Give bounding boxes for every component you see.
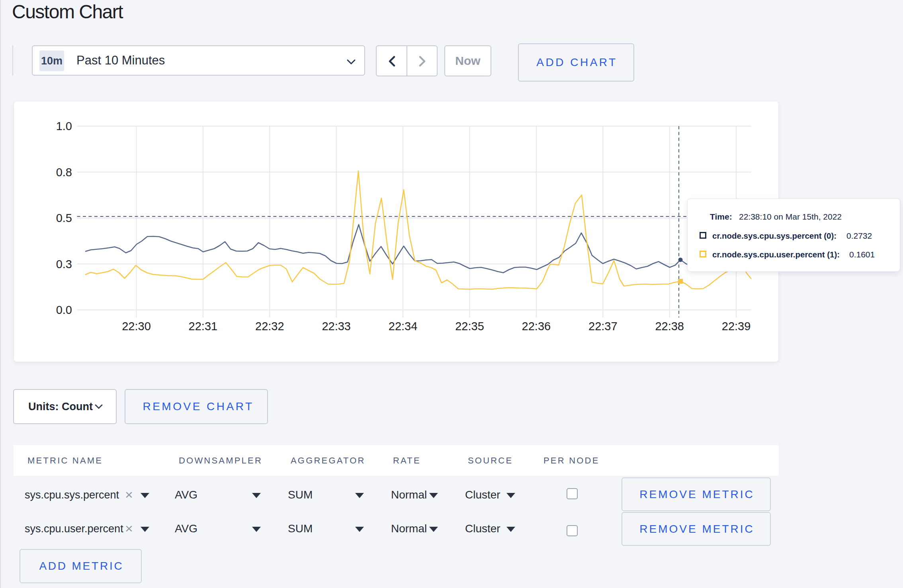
svg-text:22:31: 22:31 xyxy=(189,320,218,333)
svg-text:0.5: 0.5 xyxy=(56,212,72,224)
svg-text:0.3: 0.3 xyxy=(56,258,72,271)
svg-text:22:35: 22:35 xyxy=(455,320,484,333)
svg-text:22:36: 22:36 xyxy=(522,320,551,333)
svg-text:0.8: 0.8 xyxy=(56,166,72,179)
svg-text:22:34: 22:34 xyxy=(389,320,418,333)
svg-text:22:33: 22:33 xyxy=(322,320,351,333)
svg-text:1.0: 1.0 xyxy=(56,120,72,132)
svg-text:22:38: 22:38 xyxy=(655,320,684,333)
svg-text:22:39: 22:39 xyxy=(722,320,751,333)
svg-text:22:37: 22:37 xyxy=(588,320,618,333)
svg-text:0.0: 0.0 xyxy=(56,304,72,316)
svg-text:22:32: 22:32 xyxy=(255,320,284,333)
svg-text:22:30: 22:30 xyxy=(122,320,151,333)
